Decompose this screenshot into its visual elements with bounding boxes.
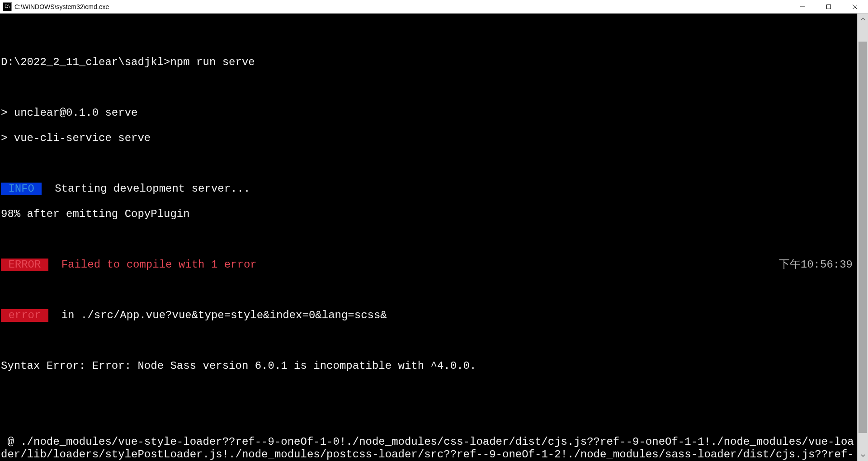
info-text: Starting development server... [42,183,250,195]
maximize-icon [826,4,831,9]
error-timestamp: 下午10:56:39 [779,259,856,271]
info-line: INFO Starting development server... [0,183,857,195]
chevron-down-icon [861,453,865,458]
close-icon [852,4,858,9]
error-summary-line: ERROR Failed to compile with 1 error 下午1… [0,259,857,271]
scrollbar[interactable] [857,14,868,461]
close-button[interactable] [842,0,868,14]
scroll-thumb[interactable] [859,42,867,433]
trace-line-1: @ ./node_modules/vue-style-loader??ref--… [0,436,857,461]
command-text: npm run serve [170,56,255,68]
terminal[interactable]: D:\2022_2_11_clear\sadjkl>npm run serve … [0,14,857,461]
blank-line [0,157,857,170]
prompt-line: D:\2022_2_11_clear\sadjkl>npm run serve [0,56,857,69]
chevron-up-icon [861,17,865,21]
titlebar[interactable]: C:\ C:\WINDOWS\system32\cmd.exe [0,0,868,14]
window: C:\ C:\WINDOWS\system32\cmd.exe D:\2022_… [0,0,868,461]
blank-line [0,410,857,423]
progress-line: 98% after emitting CopyPlugin [0,208,857,221]
error-text: Failed to compile with 1 error [48,259,257,271]
maximize-button[interactable] [816,0,842,14]
svg-rect-1 [827,5,831,9]
script-line-1: > unclear@0.1.0 serve [0,107,857,119]
error-lower-badge: error [1,309,48,322]
error-location-line: error in ./src/App.vue?vue&type=style&in… [0,309,857,322]
terminal-content: D:\2022_2_11_clear\sadjkl>npm run serve … [0,39,857,461]
cmd-icon: C:\ [3,2,12,11]
error-location-text: in ./src/App.vue?vue&type=style&index=0&… [48,309,387,321]
blank-line [0,81,857,94]
window-title: C:\WINDOWS\system32\cmd.exe [14,3,109,10]
minimize-icon [800,4,805,9]
scroll-up-button[interactable] [858,14,868,24]
window-body: D:\2022_2_11_clear\sadjkl>npm run serve … [0,14,868,461]
cmd-icon-label: C:\ [5,5,9,9]
minimize-button[interactable] [789,0,816,14]
scroll-down-button[interactable] [858,450,868,461]
blank-line [0,284,857,296]
blank-line [0,233,857,246]
script-line-2: > vue-cli-service serve [0,132,857,145]
scroll-track[interactable] [858,24,868,450]
syntax-error-line: Syntax Error: Error: Node Sass version 6… [0,360,857,372]
error-badge: ERROR [1,259,48,271]
blank-line [0,385,857,398]
info-badge: INFO [1,183,42,195]
blank-line [0,334,857,347]
prompt-path: D:\2022_2_11_clear\sadjkl> [1,56,170,68]
